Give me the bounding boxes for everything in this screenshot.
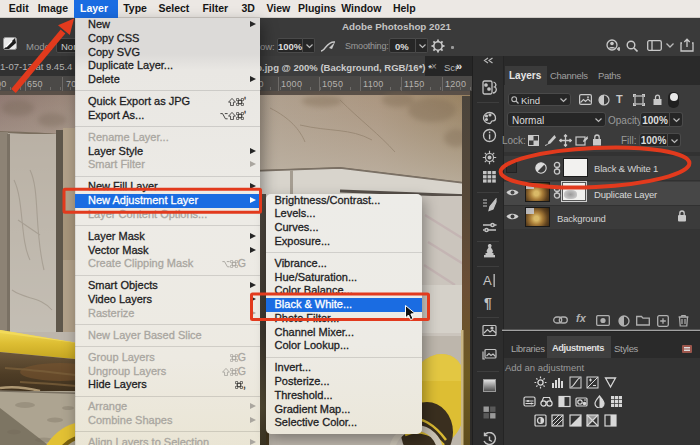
svg-text:¶: ¶ (484, 295, 492, 310)
svg-text:A: A (483, 273, 492, 288)
